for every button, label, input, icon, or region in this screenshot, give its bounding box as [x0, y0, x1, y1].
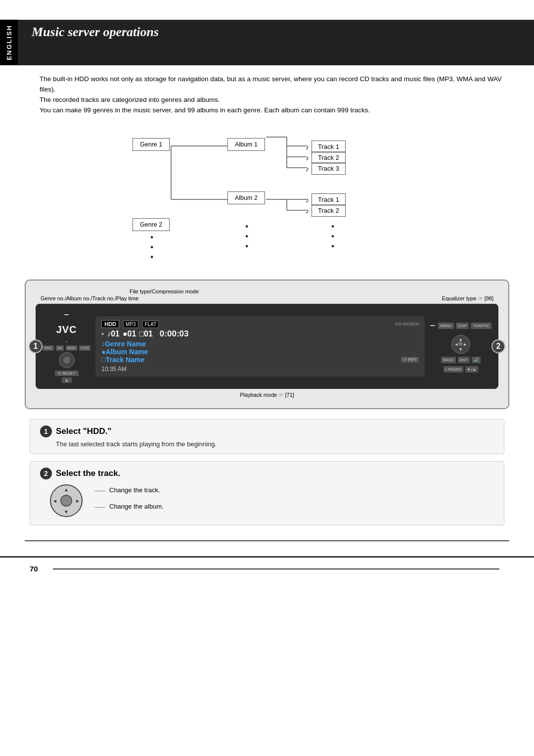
- para1: The built-in HDD works not only as stora…: [40, 74, 504, 95]
- device-right-controls: − MENU DISP TRAFFIC ▲ ◄► ▼: [430, 321, 491, 373]
- rpt-badge: ⏎ RPT: [401, 357, 419, 363]
- nav-circle-right[interactable]: ▲ ◄► ▼: [451, 335, 470, 354]
- device-left-controls: − JVC + SRC AV MAP POS ⊙ RESET ▲: [43, 310, 90, 383]
- album1-box: Album 1: [227, 138, 265, 151]
- para2: The recorded tracks are categorized into…: [40, 95, 504, 105]
- step1-desc: The last selected track starts playing f…: [56, 440, 494, 448]
- back-btn[interactable]: BACK: [441, 357, 456, 363]
- flat-badge: FLAT: [142, 321, 159, 328]
- ent-btn[interactable]: ENT: [458, 357, 470, 363]
- page-footer: 70: [0, 556, 534, 580]
- track-change-row: —— Change the track.: [94, 486, 164, 494]
- page: ENGLISH Music server operations The buil…: [0, 0, 534, 756]
- step2-section: 2 Select the track. ▲ ▼ ◄ ►: [30, 461, 504, 525]
- step1-title: 1 Select "HDD.": [40, 425, 494, 437]
- genre1-box: Genre 1: [133, 138, 170, 151]
- joystick-labels: —— Change the track. —— Change the album…: [94, 486, 164, 510]
- label-playback: Playback mode ☞ [71]: [36, 392, 498, 398]
- page-number: 70: [30, 565, 38, 573]
- album-num: ●01: [123, 330, 136, 338]
- av-btn[interactable]: AV: [56, 345, 64, 351]
- nav-circle-left[interactable]: [59, 352, 75, 368]
- pos-btn[interactable]: POS: [79, 345, 90, 351]
- step1-num: 1: [40, 425, 52, 437]
- display-track-row: • ♪01 ●01 □01 0:00:03: [101, 329, 419, 339]
- track-num: □01: [139, 330, 152, 338]
- joystick-diagram: ▲ ▼ ◄ ► —— Change the track. ——: [50, 484, 494, 519]
- track2b-item: ♪ Track 2: [306, 204, 355, 217]
- track-change-label: Change the track.: [109, 486, 160, 494]
- album-change-row: —— Change the album.: [94, 503, 164, 510]
- dots-genre: •••: [150, 233, 154, 262]
- album-name-display: ●Album Name: [101, 348, 419, 356]
- fband-btn[interactable]: ▪ FBAND: [444, 366, 463, 373]
- mp3-badge: MP3: [123, 321, 138, 328]
- device-model: KD-NX9000: [395, 322, 419, 327]
- map-btn[interactable]: MAP: [66, 345, 77, 351]
- right-minus-btn[interactable]: −: [430, 321, 435, 331]
- badge-2: 2: [491, 339, 505, 353]
- step2-title: 2 Select the track.: [40, 468, 494, 479]
- dots-album: •••: [245, 222, 249, 251]
- display-top-row: HDD MP3 FLAT KD-NX9000: [101, 320, 419, 328]
- device-illustration: 1 − JVC + SRC AV MAP POS ⊙ R: [36, 304, 498, 389]
- time-display: 0:00:03: [160, 329, 189, 339]
- reset-btn[interactable]: ⊙ RESET: [55, 371, 79, 376]
- body-text: The built-in HDD works not only as stora…: [0, 74, 534, 116]
- play-btn[interactable]: ►/▲: [465, 366, 478, 373]
- traffic-btn[interactable]: TRAFFIC: [471, 323, 491, 329]
- album2-box: Album 2: [227, 191, 265, 204]
- label-filetype: File type/Compression mode: [130, 288, 199, 294]
- para3: You can make 99 genres in the music serv…: [40, 105, 504, 116]
- title-banner: ENGLISH Music server operations: [0, 20, 534, 65]
- menu-btn[interactable]: MENU: [438, 323, 454, 329]
- clock-display: 10:35 AM: [101, 366, 419, 373]
- device-display: HDD MP3 FLAT KD-NX9000 • ♪01 ●01 □01 0:0…: [95, 316, 425, 377]
- genre-num: ♪01: [107, 330, 120, 338]
- genre-name-display: ♪Genre Name: [101, 340, 419, 348]
- track-name-row: □Track Name ⏎ RPT: [101, 356, 419, 364]
- device-top-labels: File type/Compression mode: [36, 288, 498, 294]
- step2-num: 2: [40, 468, 52, 479]
- album-change-label: Change the album.: [109, 503, 164, 510]
- device-panel: File type/Compression mode Genre no./Alb…: [25, 280, 509, 409]
- language-tab: ENGLISH: [0, 20, 18, 65]
- label-equalizer: Equalizer type ☞ [98]: [442, 295, 493, 302]
- top-right-btns: − MENU DISP TRAFFIC: [430, 321, 491, 331]
- label-genre-album: Genre no./Album no./Track no./Play time: [41, 295, 138, 302]
- joystick-area: ▲ ▼ ◄ ► —— Change the track. ——: [50, 484, 494, 519]
- dots-track: •••: [331, 222, 335, 251]
- left-minus-btn[interactable]: −: [64, 310, 69, 320]
- device-labels-row2: Genre no./Album no./Track no./Play time …: [36, 295, 498, 302]
- page-title: Music server operations: [18, 20, 534, 65]
- jvc-logo: JVC: [56, 324, 77, 335]
- left-small-btns: + SRC AV MAP POS ⊙ RESET ▲: [43, 339, 90, 383]
- track3-item: ♪ Track 3: [306, 162, 355, 175]
- disp-btn[interactable]: DISP: [456, 323, 469, 329]
- sound-btn[interactable]: 🔊: [472, 357, 481, 363]
- badge-1: 1: [29, 339, 43, 353]
- joystick-visual: ▲ ▼ ◄ ►: [50, 484, 85, 519]
- genre2-box: Genre 2: [133, 218, 170, 231]
- tree-diagram: Genre 1 Album 1 ♪ Track 1 ♪ Track 2 ♪ Tr…: [129, 124, 405, 268]
- step1-section: 1 Select "HDD." The last selected track …: [30, 419, 504, 454]
- eject-btn[interactable]: ▲: [62, 378, 72, 383]
- hdd-badge: HDD: [101, 320, 119, 328]
- src-btn[interactable]: SRC: [43, 345, 54, 351]
